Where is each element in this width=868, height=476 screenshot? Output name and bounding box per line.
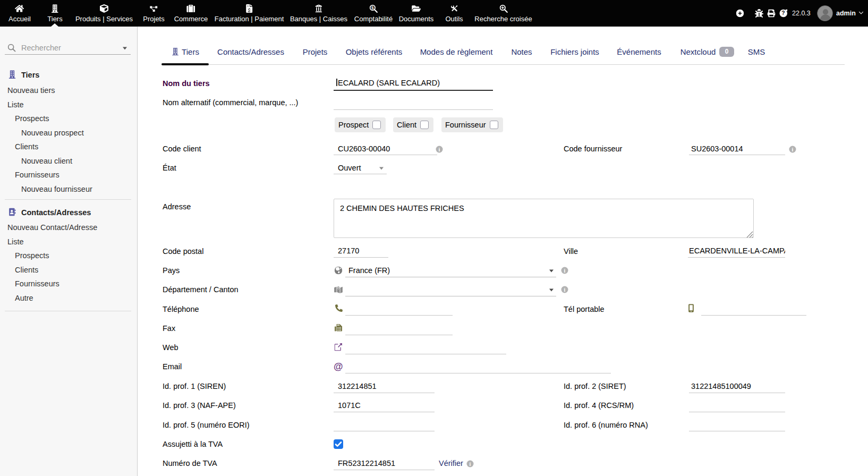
svg-text:?: ? bbox=[781, 10, 785, 16]
svg-text:$: $ bbox=[371, 5, 374, 10]
